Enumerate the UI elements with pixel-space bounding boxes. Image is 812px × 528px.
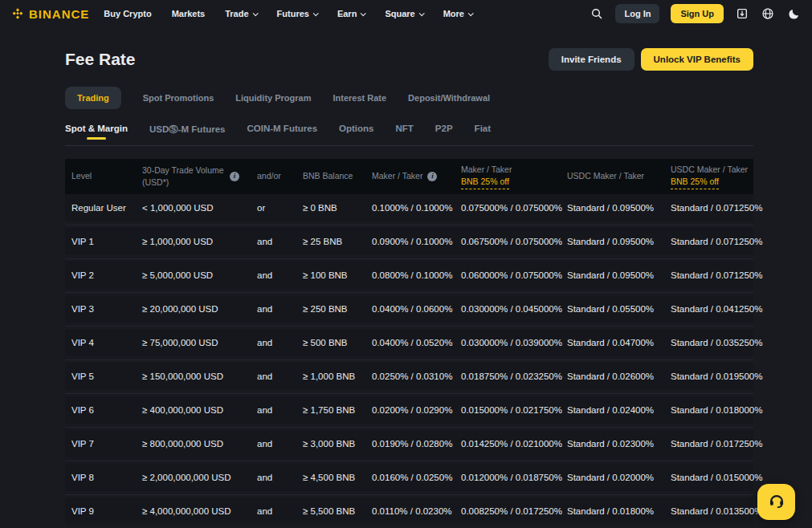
cell-bnb-balance: ≥ 4,500 BNB — [296, 473, 365, 482]
fee-table-body: Regular User < 1,000,000 USD or ≥ 0 BNB … — [65, 194, 753, 525]
subtab-p2p[interactable]: P2P — [435, 120, 453, 143]
cell-bnb-balance: ≥ 1,000 BNB — [296, 372, 365, 381]
tab-liquidity-program[interactable]: Liquidity Program — [235, 87, 311, 109]
nav-item-trade[interactable]: Trade — [225, 9, 256, 18]
nav-item-futures[interactable]: Futures — [277, 9, 317, 18]
cell-trade-volume: ≥ 5,000,000 USD — [136, 270, 251, 280]
fee-table-row: Regular User < 1,000,000 USD or ≥ 0 BNB … — [65, 194, 753, 221]
fee-table-row: VIP 4 ≥ 75,000,000 USD and ≥ 500 BNB 0.0… — [65, 329, 753, 356]
cell-trade-volume: ≥ 20,000,000 USD — [136, 304, 251, 314]
cell-level: VIP 6 — [65, 405, 136, 415]
login-button[interactable]: Log In — [615, 4, 659, 23]
usdc-bnb-discount-link[interactable]: BNB 25% off — [671, 176, 719, 189]
cell-usdc-maker-taker: Standard / 0.02400% — [561, 405, 664, 415]
cell-usdc-maker-taker-bnb-off: Standard / 0.015000% — [664, 473, 753, 482]
invite-friends-button[interactable]: Invite Friends — [549, 48, 635, 71]
tab-interest-rate[interactable]: Interest Rate — [333, 87, 386, 109]
cell-andor: or — [251, 203, 296, 213]
cell-andor: and — [251, 338, 296, 347]
cell-usdc-maker-taker: Standard / 0.09500% — [561, 270, 664, 280]
unlock-vip-benefits-button[interactable]: Unlock VIP Benefits — [641, 48, 753, 71]
download-app-icon[interactable] — [735, 6, 749, 21]
fee-table-row: VIP 7 ≥ 800,000,000 USD and ≥ 3,000 BNB … — [65, 430, 753, 457]
nav-item-buy-crypto[interactable]: Buy Crypto — [104, 9, 151, 18]
nav-item-earn[interactable]: Earn — [337, 9, 365, 18]
nav-item-markets[interactable]: Markets — [172, 9, 206, 18]
cell-maker-taker-bnb-off: 0.012000% / 0.018750% — [455, 473, 561, 482]
nav-right-cluster: Log In Sign Up — [590, 4, 801, 23]
cell-maker-taker: 0.1000% / 0.1000% — [365, 203, 455, 213]
chevron-down-icon — [252, 10, 258, 16]
cell-trade-volume: ≥ 400,000,000 USD — [136, 405, 251, 415]
cell-maker-taker: 0.0110% / 0.0230% — [365, 506, 455, 516]
binance-logo-text: BINANCE — [29, 7, 89, 21]
signup-button[interactable]: Sign Up — [671, 4, 724, 23]
cell-trade-volume: ≥ 800,000,000 USD — [136, 439, 251, 449]
col-maker-taker-bnb-off: Maker / Taker BNB 25% off — [455, 164, 561, 189]
fee-table-row: VIP 2 ≥ 5,000,000 USD and ≥ 100 BNB 0.08… — [65, 262, 753, 289]
bnb-discount-link[interactable]: BNB 25% off — [461, 176, 509, 189]
cell-maker-taker-bnb-off: 0.030000% / 0.045000% — [455, 304, 561, 314]
trade-volume-info-icon[interactable]: i — [230, 172, 239, 181]
cell-maker-taker: 0.0400% / 0.0600% — [365, 304, 455, 314]
cell-level: VIP 7 — [65, 439, 136, 449]
cell-usdc-maker-taker: Standard / 0.02000% — [561, 473, 664, 482]
subtab-usd-m-futures[interactable]: USDⓈ-M Futures — [149, 120, 226, 145]
page-header: Fee Rate Invite Friends Unlock VIP Benef… — [65, 48, 753, 71]
cell-usdc-maker-taker: Standard / 0.09500% — [561, 203, 664, 213]
col-andor: and/or — [251, 170, 296, 182]
cell-maker-taker: 0.0900% / 0.1000% — [365, 237, 455, 246]
cell-usdc-maker-taker-bnb-off: Standard / 0.018000% — [664, 405, 753, 415]
maker-taker-info-icon[interactable]: i — [427, 172, 437, 181]
tab-spot-promotions[interactable]: Spot Promotions — [143, 87, 214, 109]
cell-usdc-maker-taker-bnb-off: Standard / 0.019500% — [664, 372, 753, 381]
fee-table-row: VIP 3 ≥ 20,000,000 USD and ≥ 250 BNB 0.0… — [65, 295, 753, 323]
cell-andor: and — [251, 237, 296, 246]
cell-usdc-maker-taker-bnb-off: Standard / 0.035250% — [664, 338, 753, 347]
search-icon[interactable] — [590, 6, 604, 21]
tab-deposit-withdrawal[interactable]: Deposit/Withdrawal — [408, 87, 490, 109]
tab-trading[interactable]: Trading — [65, 87, 121, 109]
fee-table-row: VIP 5 ≥ 150,000,000 USD and ≥ 1,000 BNB … — [65, 363, 753, 390]
fee-table-row: VIP 9 ≥ 4,000,000,000 USD and ≥ 5,500 BN… — [65, 498, 753, 525]
chevron-down-icon — [313, 10, 319, 16]
cell-maker-taker-bnb-off: 0.067500% / 0.075000% — [455, 237, 561, 246]
support-chat-button[interactable] — [757, 484, 795, 520]
cell-usdc-maker-taker: Standard / 0.04700% — [561, 338, 664, 347]
cell-trade-volume: < 1,000,000 USD — [136, 203, 251, 213]
moon-icon[interactable] — [786, 6, 801, 21]
subtab-options[interactable]: Options — [339, 120, 373, 143]
subtab-nft[interactable]: NFT — [396, 120, 414, 143]
col-usdc-maker-taker-bnb-off: USDC Maker / Taker BNB 25% off — [664, 164, 753, 189]
fee-table-row: VIP 8 ≥ 2,000,000,000 USD and ≥ 4,500 BN… — [65, 464, 753, 491]
cell-maker-taker: 0.0250% / 0.0310% — [365, 372, 455, 381]
subtab-coin-m-futures[interactable]: COIN-M Futures — [247, 120, 318, 143]
cell-andor: and — [251, 405, 296, 415]
nav-item-more[interactable]: More — [443, 9, 472, 18]
subtab-spot-margin[interactable]: Spot & Margin — [65, 120, 128, 143]
cell-level: VIP 9 — [65, 506, 136, 516]
cell-maker-taker-bnb-off: 0.075000% / 0.075000% — [455, 203, 561, 213]
cell-usdc-maker-taker: Standard / 0.02300% — [561, 439, 664, 449]
cell-bnb-balance: ≥ 250 BNB — [296, 304, 365, 314]
binance-logo[interactable]: BINANCE — [11, 7, 89, 21]
market-subtabs: Spot & MarginUSDⓈ-M FuturesCOIN-M Future… — [65, 120, 753, 146]
globe-icon[interactable] — [761, 6, 775, 21]
cell-trade-volume: ≥ 4,000,000,000 USD — [136, 506, 251, 516]
subtab-fiat[interactable]: Fiat — [475, 120, 491, 143]
cell-level: VIP 2 — [65, 270, 136, 280]
fee-table-row: VIP 6 ≥ 400,000,000 USD and ≥ 1,750 BNB … — [65, 396, 753, 424]
nav-item-square[interactable]: Square — [385, 9, 422, 18]
headset-icon — [768, 492, 785, 513]
cell-andor: and — [251, 473, 296, 482]
chevron-down-icon — [361, 10, 366, 16]
cell-maker-taker-bnb-off: 0.008250% / 0.017250% — [455, 506, 561, 516]
cell-maker-taker-bnb-off: 0.014250% / 0.021000% — [455, 439, 561, 449]
cell-maker-taker-bnb-off: 0.030000% / 0.039000% — [455, 338, 561, 347]
chevron-down-icon — [468, 10, 474, 16]
cell-bnb-balance: ≥ 500 BNB — [296, 338, 365, 347]
cell-maker-taker: 0.0190% / 0.0280% — [365, 439, 455, 449]
cell-usdc-maker-taker-bnb-off: Standard / 0.017250% — [664, 439, 753, 449]
cell-maker-taker-bnb-off: 0.018750% / 0.023250% — [455, 372, 561, 381]
cell-bnb-balance: ≥ 1,750 BNB — [296, 405, 365, 415]
